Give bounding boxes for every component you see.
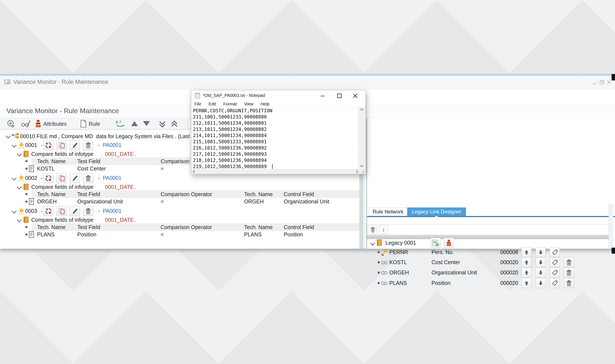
attributes-icon[interactable] — [35, 120, 41, 129]
chevron-down-icon[interactable] — [17, 152, 22, 156]
scroll-up-icon[interactable] — [361, 109, 363, 111]
notepad-line: 212,1011,50001234,90008881 — [193, 120, 351, 126]
chevron-down-icon[interactable] — [17, 184, 22, 190]
restore-icon[interactable] — [599, 79, 605, 86]
notepad-vscrollbar[interactable] — [358, 107, 365, 169]
notepad-text-area[interactable]: PERNR,COSTC,ORGUNIT,POSITION 211,1001,50… — [191, 107, 358, 169]
menu-help[interactable]: Help — [261, 102, 269, 106]
comparison-operator: = — [161, 166, 164, 172]
move-up-button[interactable] — [521, 247, 531, 257]
move-up-button[interactable] — [521, 278, 531, 288]
scroll-left-icon[interactable] — [193, 170, 196, 173]
attributes-button[interactable] — [444, 238, 454, 248]
chevron-down-icon[interactable] — [6, 134, 11, 139]
tag-button[interactable] — [550, 268, 560, 278]
copy-button[interactable] — [56, 140, 67, 150]
collapse-all-icon[interactable] — [171, 121, 176, 128]
toggle-status-button[interactable] — [43, 206, 53, 216]
delete-link-button[interactable] — [368, 225, 377, 234]
edit-button[interactable] — [70, 140, 80, 150]
notepad-icon — [194, 92, 201, 100]
tree-compare-row[interactable]: Compare fields of infotype 0001_DATE . — [0, 183, 359, 191]
tree-compare-row[interactable]: Compare fields of infotype 0001_DATE . — [0, 216, 359, 224]
delete-button[interactable] — [83, 140, 93, 150]
move-up-button[interactable] — [521, 257, 531, 267]
notepad-window[interactable]: *Old_SAP_PA0001.txt - Notepad File Edit … — [191, 90, 366, 174]
chevron-down-icon[interactable] — [17, 218, 22, 222]
row-marker — [26, 168, 28, 169]
menu-view[interactable]: View — [244, 102, 253, 106]
move-down-button[interactable] — [536, 257, 546, 267]
chevron-down-icon[interactable] — [12, 176, 17, 181]
tree-field-row[interactable]: ORGEH Organizational Unit = ORGEH Organi… — [0, 198, 359, 206]
notepad-line: 217,1012,50001236,90008893 — [193, 151, 351, 157]
delete-button[interactable] — [83, 173, 93, 183]
menu-file[interactable]: File — [195, 102, 201, 106]
document-icon — [29, 231, 34, 239]
move-down-button[interactable] — [536, 247, 546, 257]
delete-button[interactable] — [83, 206, 93, 216]
insert-check-icon[interactable] — [7, 119, 15, 129]
notepad-line: 215,1001,50001233,90008891 — [193, 139, 351, 145]
col-test-field: Test Field — [77, 191, 100, 197]
col-test-field: Test Field — [77, 158, 100, 165]
move-down-button[interactable] — [536, 278, 546, 288]
info-button[interactable]: i — [379, 225, 388, 234]
rule-button[interactable]: Rule — [89, 121, 100, 127]
legacy-field-row[interactable]: ORGEH Organizational Unit 000020 — [367, 268, 609, 277]
delete-button[interactable] — [564, 268, 574, 278]
copy-button[interactable] — [56, 173, 67, 183]
tree-field-row[interactable]: PLANS Position = PLANS Position — [0, 231, 359, 239]
copy-button[interactable] — [56, 206, 67, 216]
tag-button[interactable] — [550, 247, 560, 257]
tag-button[interactable] — [550, 278, 560, 288]
delete-button[interactable] — [564, 278, 574, 288]
attributes-button[interactable]: Attributes — [43, 121, 67, 127]
edit-button[interactable] — [70, 173, 80, 183]
legacy-group-row[interactable]: Legacy 0001 — [367, 238, 609, 248]
move-up-button[interactable] — [521, 268, 531, 278]
scroll-right-icon[interactable] — [355, 170, 358, 173]
edge-mark-bottom — [612, 248, 615, 254]
add-field-button[interactable] — [430, 238, 440, 248]
edge-mark-top — [612, 74, 615, 80]
close-icon[interactable] — [606, 79, 612, 86]
tree-group-row[interactable]: 0002 - - PA0001 — [0, 173, 359, 184]
rule-icon[interactable] — [80, 120, 86, 129]
chevron-down-icon[interactable] — [12, 143, 17, 148]
col-tech-name-2: Tech. Name — [244, 191, 273, 197]
toggle-status-button[interactable] — [43, 140, 53, 150]
notepad-titlebar[interactable]: *Old_SAP_PA0001.txt - Notepad — [191, 90, 365, 101]
tag-button[interactable] — [550, 257, 560, 267]
toggle-status-button[interactable] — [43, 173, 53, 183]
legacy-field-row[interactable]: PLANS Position 000020 — [367, 279, 609, 287]
notepad-menubar: File Edit Format View Help — [191, 101, 365, 107]
minimize-icon[interactable] — [592, 79, 598, 86]
delete-button[interactable] — [564, 257, 574, 267]
edit-button[interactable] — [70, 206, 80, 216]
notepad-maximize-icon[interactable] — [336, 93, 342, 99]
display-change-icon[interactable] — [21, 119, 31, 129]
move-down-icon[interactable] — [143, 121, 150, 126]
legacy-field-row[interactable]: PERNR Pers. No. 000008 — [367, 248, 609, 257]
tree-group-row[interactable]: 0003 - - PA0001 — [0, 206, 359, 217]
notepad-close-icon[interactable] — [352, 93, 358, 99]
notepad-hscrollbar[interactable] — [191, 169, 365, 174]
field-tech-name: PLANS — [389, 280, 407, 286]
chevron-down-icon[interactable] — [12, 209, 17, 214]
panel-scrollbar-track[interactable] — [609, 204, 613, 249]
chevron-down-icon[interactable] — [370, 241, 375, 246]
control-field: Organizational Unit — [284, 198, 329, 205]
menu-format[interactable]: Format — [223, 102, 237, 106]
move-down-button[interactable] — [536, 268, 546, 278]
legacy-field-row[interactable]: KOSTL Cost Center 000020 — [367, 258, 609, 267]
menu-edit[interactable]: Edit — [209, 102, 216, 106]
resize-grip[interactable] — [361, 170, 365, 174]
notepad-minimize-icon[interactable] — [320, 93, 326, 99]
tab-rule-network[interactable]: Rule Network — [369, 208, 407, 216]
sort-translate-icon[interactable]: AA — [115, 119, 125, 129]
expand-all-icon[interactable] — [159, 120, 165, 127]
field-tech-name: KOSTL — [389, 259, 407, 265]
move-up-icon[interactable] — [131, 121, 138, 126]
scroll-down-icon[interactable] — [361, 164, 363, 167]
